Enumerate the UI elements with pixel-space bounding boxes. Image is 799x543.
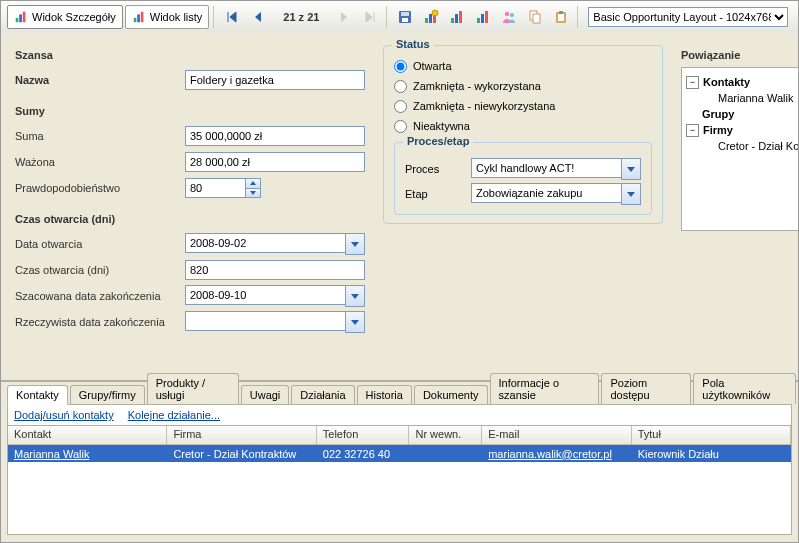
status-open-label: Otwarta — [413, 60, 452, 72]
col-phone[interactable]: Telefon — [317, 426, 410, 444]
spin-down[interactable] — [245, 188, 261, 199]
layout-select[interactable]: Basic Opportunity Layout - 1024x768 — [588, 7, 788, 27]
next-action-link[interactable]: Kolejne działanie... — [128, 409, 220, 421]
status-open-radio[interactable] — [394, 60, 407, 73]
process-field[interactable] — [471, 158, 621, 178]
col-email[interactable]: E-mail — [482, 426, 631, 444]
svg-rect-25 — [559, 11, 563, 14]
tool-chart-3-button[interactable] — [471, 5, 495, 29]
svg-point-19 — [505, 12, 509, 16]
copy-button[interactable] — [523, 5, 547, 29]
process-dropdown[interactable] — [621, 158, 641, 180]
actual-close-field[interactable] — [185, 311, 345, 331]
probability-field[interactable] — [185, 178, 245, 198]
svg-rect-17 — [481, 14, 484, 23]
relations-tree: −Kontakty Marianna Walik Grupy −Firmy Cr… — [686, 74, 799, 154]
col-contact[interactable]: Kontakt — [8, 426, 167, 444]
bottom-tab[interactable]: Kontakty — [7, 385, 68, 405]
bottom-tab[interactable]: Poziom dostępu — [601, 373, 691, 404]
add-remove-contacts-link[interactable]: Dodaj/usuń kontakty — [14, 409, 114, 421]
view-detail-label: Widok Szczegóły — [32, 11, 116, 23]
svg-rect-22 — [533, 14, 540, 23]
stage-dropdown[interactable] — [621, 183, 641, 205]
separator — [577, 6, 580, 28]
svg-rect-16 — [477, 18, 480, 23]
svg-rect-13 — [451, 18, 454, 23]
contact-cell[interactable]: Marianna Walik — [14, 448, 89, 460]
tree-contacts[interactable]: Kontakty — [703, 76, 750, 88]
section-open-time: Czas otwarcia (dni) — [15, 213, 365, 225]
tree-toggle[interactable]: − — [686, 124, 699, 137]
main-form: Szansa Nazwa Sumy Suma Ważona Prawdopodo… — [1, 33, 798, 382]
svg-rect-8 — [402, 18, 408, 22]
svg-rect-15 — [459, 11, 462, 23]
nav-next-button[interactable] — [332, 5, 356, 29]
bottom-tab[interactable]: Działania — [291, 385, 354, 404]
open-date-field[interactable] — [185, 233, 345, 253]
svg-rect-9 — [425, 18, 428, 23]
save-button[interactable] — [393, 5, 417, 29]
bottom-panel: KontaktyGrupy/firmyProdukty / usługiUwag… — [1, 380, 798, 542]
section-sums: Sumy — [15, 105, 365, 117]
svg-point-12 — [432, 10, 438, 16]
svg-rect-14 — [455, 14, 458, 23]
tree-groups[interactable]: Grupy — [702, 108, 734, 120]
name-field[interactable] — [185, 70, 365, 90]
tree-toggle[interactable]: − — [686, 76, 699, 89]
weighted-field[interactable] — [185, 152, 365, 172]
svg-point-20 — [510, 13, 514, 17]
nav-first-button[interactable] — [220, 5, 244, 29]
status-closed-lost-radio[interactable] — [394, 100, 407, 113]
email-cell[interactable]: marianna.walik@cretor.pl — [488, 448, 612, 460]
people-button[interactable] — [497, 5, 521, 29]
sum-field[interactable] — [185, 126, 365, 146]
view-list-label: Widok listy — [150, 11, 203, 23]
label-probability: Prawdopodobieństwo — [15, 182, 185, 194]
status-legend: Status — [392, 38, 434, 50]
open-date-dropdown[interactable] — [345, 233, 365, 255]
probability-stepper[interactable] — [185, 178, 275, 198]
bottom-tab[interactable]: Historia — [357, 385, 412, 404]
svg-rect-10 — [429, 14, 432, 23]
bottom-tab[interactable]: Grupy/firmy — [70, 385, 145, 404]
tree-companies[interactable]: Firmy — [703, 124, 733, 136]
tree-company-item[interactable]: Cretor - Dział Kontrak — [718, 140, 799, 152]
grid-header: Kontakt Firma Telefon Nr wewn. E-mail Ty… — [8, 426, 791, 445]
status-inactive-label: Nieaktywna — [413, 120, 470, 132]
col-title[interactable]: Tytuł — [632, 426, 791, 444]
stage-field[interactable] — [471, 183, 621, 203]
tree-contact-item[interactable]: Marianna Walik — [718, 92, 793, 104]
tool-chart-1-button[interactable] — [419, 5, 443, 29]
nav-last-button[interactable] — [358, 5, 382, 29]
view-list-tab[interactable]: Widok listy — [125, 5, 210, 29]
view-detail-tab[interactable]: Widok Szczegóły — [7, 5, 123, 29]
separator — [213, 6, 216, 28]
table-row[interactable]: Marianna WalikCretor - Dział Kontraktów0… — [8, 445, 791, 462]
status-closed-won-label: Zamknięta - wykorzystana — [413, 80, 541, 92]
toolbar: Widok Szczegóły Widok listy 21 z 21 Basi… — [1, 1, 798, 34]
tool-chart-2-button[interactable] — [445, 5, 469, 29]
col-ext[interactable]: Nr wewn. — [409, 426, 482, 444]
bottom-tab[interactable]: Dokumenty — [414, 385, 488, 404]
spin-up[interactable] — [245, 178, 261, 188]
est-close-field[interactable] — [185, 285, 345, 305]
status-inactive-radio[interactable] — [394, 120, 407, 133]
process-legend: Proces/etap — [403, 135, 473, 147]
bottom-tab[interactable]: Informacje o szansie — [490, 373, 600, 404]
col-company[interactable]: Firma — [167, 426, 316, 444]
nav-prev-button[interactable] — [246, 5, 270, 29]
paste-button[interactable] — [549, 5, 573, 29]
svg-rect-3 — [134, 18, 137, 22]
bottom-tab[interactable]: Produkty / usługi — [147, 373, 239, 404]
relations-heading: Powiązanie — [681, 49, 799, 61]
est-close-dropdown[interactable] — [345, 285, 365, 307]
bottom-tab[interactable]: Pola użytkowników — [693, 373, 796, 404]
svg-rect-0 — [16, 18, 19, 22]
status-closed-won-radio[interactable] — [394, 80, 407, 93]
process-stage-groupbox: Proces/etap Proces Etap — [394, 142, 652, 215]
section-opportunity: Szansa — [15, 49, 365, 61]
label-actual-close: Rzeczywista data zakończenia — [15, 316, 185, 328]
actual-close-dropdown[interactable] — [345, 311, 365, 333]
bottom-tab[interactable]: Uwagi — [241, 385, 290, 404]
open-days-field[interactable] — [185, 260, 365, 280]
